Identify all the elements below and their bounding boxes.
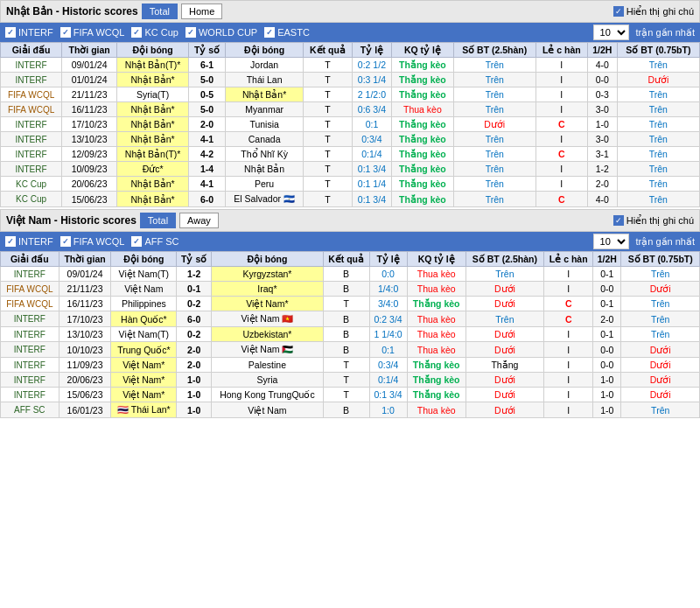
cell-date: 10/09/23 [62,162,117,177]
filter-eastc-1[interactable]: ✓ EASTC [264,27,310,38]
cell-score: 2-0 [177,342,212,358]
cell-halftime: 0-0 [587,73,617,87]
cell-lec: I [536,58,587,73]
th-ty-so-2: Tỷ số [177,252,212,267]
cell-kq-ratio: Thắng kèo [392,162,453,177]
cell-score: 6-0 [189,192,226,207]
count-select-2[interactable]: 10 20 30 [593,234,629,249]
cell-away: Jordan [226,58,304,73]
cell-halftime: 3-0 [587,102,617,117]
cb-interf-2[interactable]: ✓ [5,236,16,247]
cell-kq-ratio: Thua kèo [407,342,466,358]
cell-result: T [304,147,353,162]
cb-interf-1[interactable]: ✓ [5,27,16,38]
cell-tag: AFF SC [1,402,60,418]
cell-halftime: 0-0 [593,358,621,373]
viet-nam-tab-away[interactable]: Away [179,213,219,228]
cell-score: 0-5 [189,87,226,102]
th-so-bt-2: Số BT (2.5hàn) [466,252,544,267]
cell-lec: C [536,117,587,132]
viet-nam-section: Việt Nam - Historic scores Total Away ✓ … [0,209,700,418]
cell-kq-ratio: Thắng kèo [392,132,453,147]
cell-lec: I [536,177,587,192]
th-thoi-gian-2: Thời gian [59,252,111,267]
filter-interf-1[interactable]: ✓ INTERF [5,27,53,38]
cell-date: 09/01/24 [59,267,111,282]
cell-home: Trung Quốc* [111,342,177,358]
cell-result: T [323,297,369,311]
cell-lec: C [536,192,587,207]
cell-result: B [323,327,369,342]
cell-away: Nhật Bản* [226,87,304,102]
cb-fifa-1[interactable]: ✓ [60,27,71,38]
cell-kq-ratio: Thắng kèo [407,358,466,373]
cell-score: 2-0 [189,117,226,132]
table-row: INTERF 10/10/23 Trung Quốc* 2-0 Việt Nam… [1,342,700,358]
viet-nam-tab-total[interactable]: Total [140,213,176,228]
cell-away: El Salvador 🇸🇻 [226,192,304,207]
nhat-ban-tab-total[interactable]: Total [142,3,178,19]
cell-result: T [304,177,353,192]
cell-score: 1-4 [189,162,226,177]
cell-tren-duoi: Dưới [466,402,544,418]
cell-result: T [304,58,353,73]
nearest-label-2: trận gần nhất [636,236,695,248]
cell-result: B [323,267,369,282]
cell-score: 1-0 [177,388,212,402]
cell-bt075: Trên [617,147,699,162]
cell-result: T [323,388,369,402]
cell-halftime: 0-0 [593,342,621,358]
cell-home: Việt Nam* [111,388,177,402]
cell-kq-ratio: Thua kèo [407,267,466,282]
cb-eastc-1[interactable]: ✓ [264,27,275,38]
cell-home: Đức* [117,162,189,177]
table-row: FIFA WCQL 21/11/23 Syria(T) 0-5 Nhật Bản… [1,87,700,102]
filter-fifa-2[interactable]: ✓ FIFA WCQL [60,236,125,247]
cell-tag: KC Cup [1,177,62,192]
cell-tren-duoi: Trên [466,311,544,327]
show-note-checkbox-2[interactable]: ✓ [613,215,624,226]
filter-kccup-1[interactable]: ✓ KC Cup [131,27,178,38]
th-ket-qua-1: Kết quả [304,43,353,58]
cell-lec: C [536,147,587,162]
cell-result: B [323,342,369,358]
table-row: INTERF 09/01/24 Nhật Bản(T)* 6-1 Jordan … [1,58,700,73]
cell-result: B [323,282,369,297]
cell-score: 2-0 [177,358,212,373]
cell-date: 10/10/23 [59,342,111,358]
count-select-1[interactable]: 10 20 30 [593,24,629,40]
cell-ratio: 0:6 3/4 [352,102,391,117]
cell-lec: I [544,388,593,402]
cell-score: 5-0 [189,102,226,117]
cell-kq-ratio: Thua kèo [392,102,453,117]
viet-nam-show-note: ✓ Hiển thị ghi chú [613,215,694,227]
viet-nam-header-row: Giải đấu Thời gian Đội bóng Tỷ số Đội bó… [1,252,700,267]
cell-bt075: Trên [617,162,699,177]
filter-interf-2[interactable]: ✓ INTERF [5,236,53,247]
cell-bt075: Trên [617,58,699,73]
nhat-ban-header-row: Giải đấu Thời gian Đội bóng Tỷ số Đội bó… [1,43,700,58]
table-row: INTERF 17/10/23 Nhật Bản* 2-0 Tunisia T … [1,117,700,132]
cb-worldcup-1[interactable]: ✓ [186,27,196,38]
cell-kq-ratio: Thua kèo [407,327,466,342]
nhat-ban-tab-home[interactable]: Home [181,3,222,19]
viet-nam-filters: ✓ INTERF ✓ FIFA WCQL ✓ AFF SC 10 20 30 t… [0,232,700,251]
nhat-ban-show-note: ✓ Hiển thị ghi chú [613,6,694,17]
cell-away: Việt Nam 🇵🇸 [212,342,324,358]
viet-nam-table: Giải đấu Thời gian Đội bóng Tỷ số Đội bó… [0,251,700,418]
cb-affsc-2[interactable]: ✓ [131,236,142,247]
th-ty-le-1: Tỷ lệ [352,43,391,58]
show-note-checkbox[interactable]: ✓ [613,6,624,17]
filter-affsc-2[interactable]: ✓ AFF SC [131,236,178,247]
cell-result: B [323,311,369,327]
filter-fifa-1[interactable]: ✓ FIFA WCQL [60,27,125,38]
cell-lec: C [544,311,593,327]
cell-away: Nhật Bản [226,162,304,177]
cell-away: Myanmar [226,102,304,117]
cell-lec: I [544,402,593,418]
cell-bt075: Trên [617,102,699,117]
th-kq-ty-le-2: KQ tỷ lệ [407,252,466,267]
cb-kccup-1[interactable]: ✓ [131,27,142,38]
filter-worldcup-1[interactable]: ✓ WORLD CUP [186,27,257,38]
cb-fifa-2[interactable]: ✓ [60,236,71,247]
